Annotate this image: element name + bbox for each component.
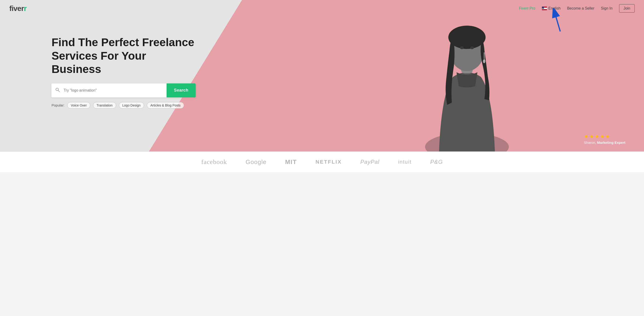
star-icons: ★ ★ ★ ★ ★ — [584, 133, 626, 139]
svg-point-8 — [448, 26, 486, 49]
star-1: ★ — [584, 133, 589, 139]
fiverr-pro-link[interactable]: Fiverr Pro — [519, 6, 535, 11]
hero-person-image — [290, 0, 644, 151]
star-5: ★ — [606, 133, 610, 139]
search-button[interactable]: Search — [166, 83, 196, 97]
sign-in-link[interactable]: Sign In — [601, 6, 612, 11]
brand-intuit: intuit — [398, 159, 412, 165]
trusted-by-section: facebook Google MIT NETFLIX PayPal intui… — [0, 151, 644, 172]
star-4: ★ — [600, 133, 605, 139]
search-bar: Search — [52, 83, 196, 97]
navigation: Fiverr Pro English Become a Seller Sign … — [519, 4, 635, 13]
search-input[interactable] — [64, 88, 166, 92]
svg-line-1 — [554, 12, 560, 32]
popular-label: Popular: — [52, 103, 64, 107]
blue-arrow-annotation — [551, 8, 565, 34]
popular-tag-translation[interactable]: Translation — [93, 102, 116, 109]
brand-google: Google — [246, 159, 267, 166]
hero-section: ★ ★ ★ ★ ★ Sharon, Marketing Expert Find … — [0, 0, 644, 151]
hero-content: Find The Perfect Freelance Services For … — [52, 36, 196, 109]
popular-tag-logo-design[interactable]: Logo Design — [119, 102, 144, 109]
popular-row: Popular: Voice Over Translation Logo Des… — [52, 102, 196, 109]
header: fiverr Fiverr Pro English Become a Selle… — [0, 0, 644, 17]
brand-facebook: facebook — [201, 158, 227, 166]
svg-line-14 — [58, 90, 60, 92]
person-rating: ★ ★ ★ ★ ★ Sharon, Marketing Expert — [584, 133, 626, 144]
brand-paypal: PayPal — [360, 159, 380, 165]
hero-title: Find The Perfect Freelance Services For … — [52, 36, 196, 76]
popular-tag-articles[interactable]: Articles & Blog Posts — [147, 102, 184, 109]
person-caption: Sharon, Marketing Expert — [584, 140, 626, 144]
logo[interactable]: fiverr — [9, 4, 26, 13]
brand-netflix: NETFLIX — [316, 159, 342, 165]
search-icon — [52, 87, 64, 93]
flag-icon — [542, 7, 547, 10]
brand-pg: P&G — [430, 159, 443, 165]
star-3: ★ — [595, 133, 599, 139]
popular-tag-voice-over[interactable]: Voice Over — [67, 102, 90, 109]
become-seller-link[interactable]: Become a Seller — [567, 6, 594, 11]
brand-mit: MIT — [285, 159, 297, 166]
join-button[interactable]: Join — [619, 4, 635, 13]
svg-point-12 — [483, 59, 485, 63]
svg-point-9 — [460, 46, 464, 49]
star-2: ★ — [589, 133, 594, 139]
svg-point-10 — [470, 46, 474, 49]
